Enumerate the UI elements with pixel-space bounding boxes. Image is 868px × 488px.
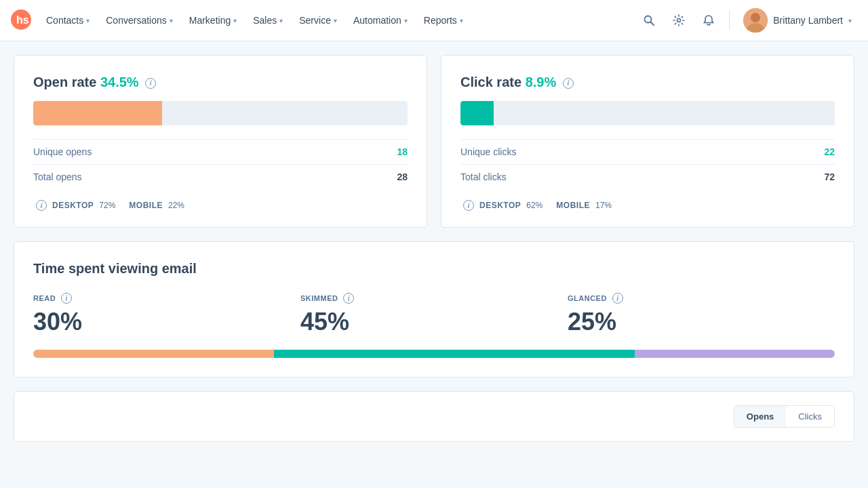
total-opens-row: Total opens 28: [33, 164, 408, 189]
open-rate-value: 34.5%: [100, 75, 139, 89]
nav-item-reports[interactable]: Reports ▾: [417, 0, 470, 41]
total-clicks-value: 72: [824, 171, 835, 182]
time-spent-title: Time spent viewing email: [33, 261, 835, 277]
open-rate-footer: i DESKTOP 72% MOBILE 22%: [33, 200, 408, 211]
open-rate-card: Open rate 34.5% i Unique opens 18 Total …: [14, 55, 427, 228]
unique-opens-row: Unique opens 18: [33, 139, 408, 164]
click-rate-info-icon[interactable]: i: [563, 78, 574, 89]
footer-info-icon-2[interactable]: i: [463, 200, 474, 211]
open-rate-bar: [33, 101, 408, 125]
time-bar-read: [33, 350, 274, 358]
click-mobile-label: MOBILE: [556, 201, 590, 210]
main-content: Open rate 34.5% i Unique opens 18 Total …: [0, 41, 868, 455]
unique-clicks-row: Unique clicks 22: [460, 139, 835, 164]
svg-text:hs: hs: [16, 14, 29, 26]
chevron-down-icon: ▾: [460, 17, 463, 24]
skimmed-value: 45%: [300, 308, 568, 336]
avatar: [743, 8, 768, 33]
unique-opens-value: 18: [397, 146, 408, 157]
footer-info-icon[interactable]: i: [36, 200, 47, 211]
nav-item-sales[interactable]: Sales ▾: [246, 0, 290, 41]
time-bar-skimmed: [274, 350, 635, 358]
svg-line-3: [651, 22, 654, 26]
nav-icons: [637, 8, 721, 33]
time-bar-glanced: [635, 350, 835, 358]
cards-row-1: Open rate 34.5% i Unique opens 18 Total …: [14, 55, 854, 228]
read-label: READ i: [33, 293, 300, 304]
open-rate-info-icon[interactable]: i: [145, 78, 156, 89]
unique-clicks-value: 22: [824, 146, 835, 157]
click-rate-bar-fill: [460, 101, 494, 125]
time-spent-card: Time spent viewing email READ i 30% SKIM…: [14, 241, 854, 378]
nav-item-service[interactable]: Service ▾: [292, 0, 344, 41]
glanced-info-icon[interactable]: i: [612, 293, 623, 304]
glanced-label: GLANCED i: [568, 293, 835, 304]
chevron-down-icon: ▾: [279, 17, 283, 24]
click-rate-card: Click rate 8.9% i Unique clicks 22 Total…: [441, 55, 854, 228]
glanced-value: 25%: [568, 308, 835, 336]
nav-item-contacts[interactable]: Contacts ▾: [39, 0, 96, 41]
navbar: hs Contacts ▾ Conversations ▾ Marketing …: [0, 0, 868, 41]
bottom-card: Opens Clicks: [14, 391, 854, 442]
notifications-button[interactable]: [696, 8, 721, 33]
opens-toggle-button[interactable]: Opens: [734, 406, 786, 427]
desktop-pct: 72%: [99, 201, 115, 210]
click-mobile-pct: 17%: [595, 201, 612, 210]
chevron-down-icon: ▾: [86, 17, 90, 24]
nav-item-marketing[interactable]: Marketing ▾: [182, 0, 243, 41]
total-opens-value: 28: [397, 171, 408, 182]
mobile-pct: 22%: [168, 201, 184, 210]
user-chevron-icon: ▾: [848, 17, 852, 24]
time-bar: [33, 350, 835, 358]
chevron-down-icon: ▾: [170, 17, 173, 24]
read-section: READ i 30%: [33, 293, 300, 336]
skimmed-info-icon[interactable]: i: [343, 293, 354, 304]
skimmed-label: SKIMMED i: [300, 293, 568, 304]
open-rate-title: Open rate 34.5% i: [33, 75, 408, 90]
click-desktop-pct: 62%: [526, 201, 542, 210]
unique-opens-label: Unique opens: [33, 146, 92, 157]
svg-point-6: [751, 13, 760, 22]
click-rate-footer: i DESKTOP 62% MOBILE 17%: [460, 200, 835, 211]
search-button[interactable]: [637, 8, 661, 33]
hubspot-logo[interactable]: hs: [11, 9, 31, 32]
click-rate-title: Click rate 8.9% i: [460, 75, 835, 90]
settings-button[interactable]: [667, 8, 691, 33]
total-clicks-row: Total clicks 72: [460, 164, 835, 189]
total-opens-label: Total opens: [33, 171, 82, 182]
desktop-label: DESKTOP: [52, 201, 94, 210]
click-rate-value: 8.9%: [526, 75, 557, 89]
chevron-down-icon: ▾: [233, 17, 237, 24]
read-value: 30%: [33, 308, 300, 336]
user-menu[interactable]: Brittany Lambert ▾: [738, 8, 857, 33]
nav-item-automation[interactable]: Automation ▾: [347, 0, 414, 41]
chevron-down-icon: ▾: [404, 17, 408, 24]
svg-point-4: [677, 19, 681, 22]
mobile-label: MOBILE: [129, 201, 163, 210]
nav-item-conversations[interactable]: Conversations ▾: [99, 0, 180, 41]
username: Brittany Lambert: [773, 15, 843, 26]
nav-divider: [729, 10, 730, 30]
time-sections: READ i 30% SKIMMED i 45% GLANCED i 25%: [33, 293, 835, 336]
click-rate-bar: [460, 101, 835, 125]
open-rate-bar-fill: [33, 101, 162, 125]
click-desktop-label: DESKTOP: [479, 201, 521, 210]
unique-clicks-label: Unique clicks: [460, 146, 516, 157]
opens-clicks-toggle: Opens Clicks: [734, 405, 835, 428]
skimmed-section: SKIMMED i 45%: [300, 293, 568, 336]
glanced-section: GLANCED i 25%: [568, 293, 835, 336]
read-info-icon[interactable]: i: [61, 293, 72, 304]
total-clicks-label: Total clicks: [460, 171, 507, 182]
chevron-down-icon: ▾: [334, 17, 337, 24]
clicks-toggle-button[interactable]: Clicks: [786, 406, 834, 427]
